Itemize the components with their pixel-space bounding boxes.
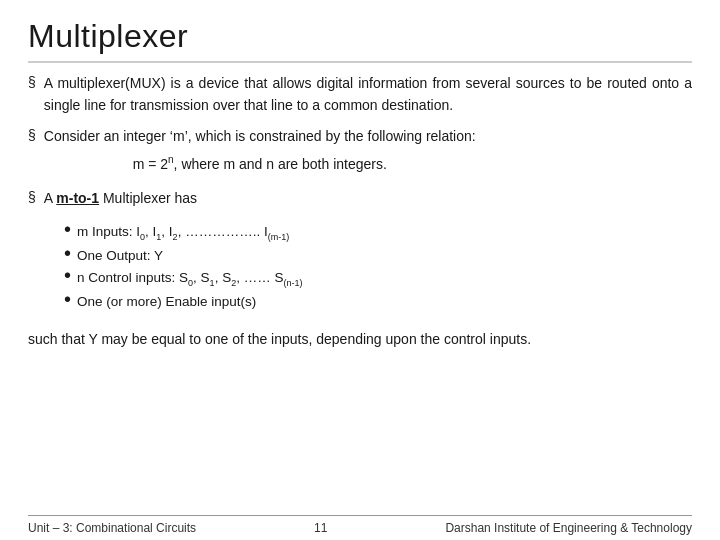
bullet-1-text: A multiplexer(MUX) is a device that allo… <box>44 73 692 116</box>
bullet-1-symbol: § <box>28 74 36 90</box>
footer-right: Darshan Institute of Engineering & Techn… <box>445 521 692 535</box>
sub-bullet-1: • m Inputs: I0, I1, I2, …………….. I(m-1) <box>64 221 692 245</box>
sub-bullet-4-text: One (or more) Enable input(s) <box>77 292 256 313</box>
sub-bullet-4: • One (or more) Enable input(s) <box>64 291 692 313</box>
mto1-label: m-to-1 <box>56 190 99 206</box>
footer-left: Unit – 3: Combinational Circuits <box>28 521 196 535</box>
bullet-3-text: A m-to-1 Multiplexer has <box>44 188 197 210</box>
sub-bullet-2-text: One Output: Y <box>77 246 163 267</box>
title-section: Multiplexer <box>28 18 692 63</box>
sub-dot-4: • <box>64 291 71 307</box>
sub-dot-3: • <box>64 267 71 283</box>
page-container: Multiplexer § A multiplexer(MUX) is a de… <box>0 0 720 540</box>
bullet-2-content: Consider an integer ‘m’, which is constr… <box>44 126 476 177</box>
sub-bullet-3: • n Control inputs: S0, S1, S2, …… S(n-1… <box>64 267 692 291</box>
such-that-paragraph: such that Y may be equal to one of the i… <box>28 329 692 351</box>
sub-dot-2: • <box>64 245 71 261</box>
page-title: Multiplexer <box>28 18 692 55</box>
sub-bullet-1-text: m Inputs: I0, I1, I2, …………….. I(m-1) <box>77 222 289 245</box>
sub-bullets: • m Inputs: I0, I1, I2, …………….. I(m-1) •… <box>64 221 692 312</box>
content-section: § A multiplexer(MUX) is a device that al… <box>28 73 692 515</box>
sub-dot-1: • <box>64 221 71 237</box>
sub-bullet-3-text: n Control inputs: S0, S1, S2, …… S(n-1) <box>77 268 302 291</box>
bullet-3-symbol: § <box>28 189 36 205</box>
bullet-1-block: § A multiplexer(MUX) is a device that al… <box>28 73 692 116</box>
formula-line: m = 2n, where m and n are both integers. <box>44 154 476 172</box>
footer-center: 11 <box>314 521 327 535</box>
bullet-2-text: Consider an integer ‘m’, which is constr… <box>44 128 476 144</box>
bullet-2-block: § Consider an integer ‘m’, which is cons… <box>28 126 692 177</box>
bullet-3-block: § A m-to-1 Multiplexer has <box>28 188 692 210</box>
bullet-2-symbol: § <box>28 127 36 143</box>
sub-bullet-2: • One Output: Y <box>64 245 692 267</box>
footer: Unit – 3: Combinational Circuits 11 Dars… <box>28 515 692 540</box>
